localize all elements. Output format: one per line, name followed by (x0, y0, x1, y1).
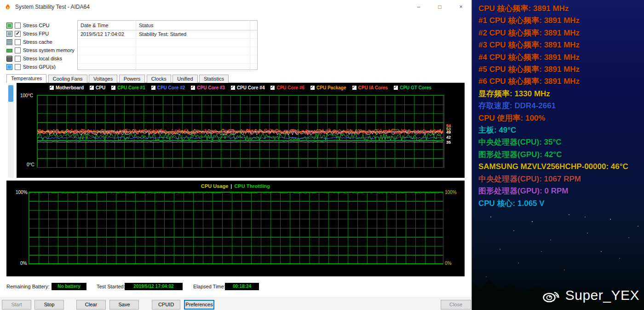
watermark: Super_YEX (542, 287, 639, 304)
chart-series-cpu-core-1 (37, 134, 443, 141)
osd-line-cpu-temp: 中央处理器(CPU): 35°C (478, 136, 644, 148)
legend-checkbox[interactable] (310, 86, 315, 90)
legend-item-cpu-package[interactable]: CPU Package (310, 85, 346, 90)
stress-gpu-checkbox[interactable] (15, 64, 21, 70)
osd-line-cpu4-clock: #4 CPU 核心频率: 3891 MHz (478, 52, 644, 64)
usage-plot-area (29, 192, 443, 264)
watermark-text: Super_YEX (565, 287, 639, 303)
legend-item-cpu-ia-cores[interactable]: CPU IA Cores (352, 85, 388, 90)
osd-line-gpu-fan: 图形处理器(GPU): 0 RPM (478, 185, 644, 197)
legend-item-cpu-core-6[interactable]: CPU Core #6 (270, 85, 305, 90)
chart-series-cpu-ia-cores (37, 130, 443, 134)
preferences-button[interactable]: Preferences (184, 300, 214, 310)
stress-cache-checkbox[interactable] (15, 39, 21, 45)
tab-clocks[interactable]: Clocks (147, 75, 171, 83)
aida64-stability-window: System Stability Test - AIDA64 – □ × Str… (0, 0, 472, 310)
chart-tabs: Temperatures Cooling Fans Voltages Power… (6, 74, 465, 83)
chart-scrollbar-thumb[interactable] (8, 85, 13, 102)
stress-cpu-checkbox[interactable] (15, 23, 21, 29)
stress-fpu-row[interactable]: Stress FPU (6, 29, 75, 38)
osd-line-cpu-clock: CPU 核心频率: 3891 MHz (478, 3, 644, 15)
chart-series-cpu-core-4 (37, 131, 443, 135)
osd-line-gpu-temp: 图形处理器(GPU): 42°C (478, 149, 644, 161)
tab-powers[interactable]: Powers (119, 75, 145, 83)
tab-temperatures[interactable]: Temperatures (6, 74, 46, 83)
window-title: System Stability Test - AIDA64 (15, 4, 90, 10)
temp-axis-max: 100°C (20, 93, 33, 98)
legend-item-motherboard[interactable]: Motherboard (50, 85, 84, 90)
chart-scrollbar-track[interactable] (8, 83, 14, 178)
event-log-table[interactable]: Date & Time Status 2019/5/12 17:04:02 St… (77, 20, 258, 70)
chart-series-cpu-core-2 (37, 137, 443, 139)
osd-line-memory-speed: 存取速度: DDR4-2661 (478, 100, 644, 112)
legend-checkbox[interactable] (352, 86, 356, 90)
tab-unified[interactable]: Unified (172, 75, 197, 83)
column-header-datetime[interactable]: Date & Time (78, 21, 136, 30)
legend-item-cpu-core-3[interactable]: CPU Core #3 (191, 85, 225, 90)
stress-memory-checkbox[interactable] (15, 47, 21, 53)
legend-checkbox[interactable] (191, 86, 195, 90)
stress-cache-label: Stress cache (23, 39, 52, 45)
osd-line-cpu1-clock: #1 CPU 核心频率: 3891 MHz (478, 15, 644, 27)
stress-gpu-label: Stress GPU(s) (23, 64, 56, 70)
legend-checkbox[interactable] (270, 86, 275, 90)
stress-fpu-checkbox[interactable] (15, 31, 21, 37)
start-button[interactable]: Start (2, 300, 31, 310)
test-started-label: Test Started: (97, 284, 125, 289)
legend-checkbox[interactable] (151, 86, 155, 90)
save-button[interactable]: Save (109, 300, 139, 310)
temp-right-reading: 49 (446, 130, 451, 135)
weibo-icon (542, 287, 562, 304)
legend-checkbox[interactable] (231, 86, 235, 90)
cpuid-button[interactable]: CPUID (152, 300, 180, 310)
legend-item-cpu[interactable]: CPU (90, 85, 105, 90)
temperature-right-readings: 5453494235 (445, 95, 465, 167)
legend-checkbox[interactable] (90, 86, 94, 90)
legend-checkbox[interactable] (50, 86, 54, 90)
clear-button[interactable]: Clear (76, 300, 106, 310)
legend-item-cpu-gt-cores[interactable]: CPU GT Cores (394, 85, 431, 90)
stress-disks-checkbox[interactable] (15, 56, 21, 62)
close-button[interactable]: × (450, 0, 472, 14)
legend-checkbox[interactable] (111, 86, 115, 90)
legend-checkbox[interactable] (394, 86, 398, 90)
minimize-button[interactable]: – (408, 0, 429, 14)
gpu-icon (6, 64, 12, 70)
tab-voltages[interactable]: Voltages (89, 75, 117, 83)
close-dialog-button[interactable]: Close (441, 300, 471, 310)
stress-cpu-row[interactable]: Stress CPU (6, 21, 75, 29)
temperature-legend: Motherboard CPU CPU Core #1 CPU Core #2 … (17, 85, 465, 90)
usage-axis-left-max: 100% (16, 190, 28, 195)
osd-line-vram-clock: 显存频率: 1330 MHz (478, 88, 644, 100)
temp-axis-min: 0°C (27, 162, 34, 167)
stress-memory-row[interactable]: Stress system memory (6, 46, 75, 54)
cell-status: Stability Test: Started (136, 30, 250, 38)
column-header-status[interactable]: Status (136, 21, 250, 30)
chart-series-cpu-usage (29, 193, 443, 193)
stress-gpu-row[interactable]: Stress GPU(s) (6, 63, 75, 71)
footer-button-bar: Start Stop Clear Save CPUID Preferences … (0, 298, 472, 310)
osd-line-motherboard-temp: 主板: 49°C (478, 124, 644, 136)
table-row[interactable]: 2019/5/12 17:04:02 Stability Test: Start… (78, 30, 257, 39)
stress-cache-row[interactable]: Stress cache (6, 38, 75, 46)
usage-title-separator: | (230, 183, 232, 189)
osd-line-cpu-voltage: CPU 核心: 1.065 V (478, 198, 644, 210)
titlebar[interactable]: System Stability Test - AIDA64 – □ × (0, 0, 472, 14)
temperature-chart: Motherboard CPU CPU Core #1 CPU Core #2 … (17, 83, 465, 178)
chart-series-cpu-package (37, 129, 443, 133)
elapsed-time-value: 00:18:24 (225, 283, 259, 290)
tab-cooling-fans[interactable]: Cooling Fans (48, 75, 87, 83)
table-scroll-spacer (250, 21, 257, 30)
legend-item-cpu-core-4[interactable]: CPU Core #4 (231, 85, 265, 90)
tab-statistics[interactable]: Statistics (199, 75, 229, 83)
maximize-button[interactable]: □ (429, 0, 450, 14)
legend-item-cpu-core-1[interactable]: CPU Core #1 (111, 85, 145, 90)
chart-series-cpu-core-6 (37, 129, 443, 134)
osd-line-cpu6-clock: #6 CPU 核心频率: 3891 MHz (478, 76, 644, 88)
stress-cpu-label: Stress CPU (23, 23, 49, 28)
legend-item-cpu-core-2[interactable]: CPU Core #2 (151, 85, 185, 90)
stop-button[interactable]: Stop (34, 300, 64, 310)
stress-disks-row[interactable]: Stress local disks (6, 54, 75, 63)
table-row-empty (78, 47, 257, 55)
chart-series-cpu-core-3 (37, 130, 443, 134)
